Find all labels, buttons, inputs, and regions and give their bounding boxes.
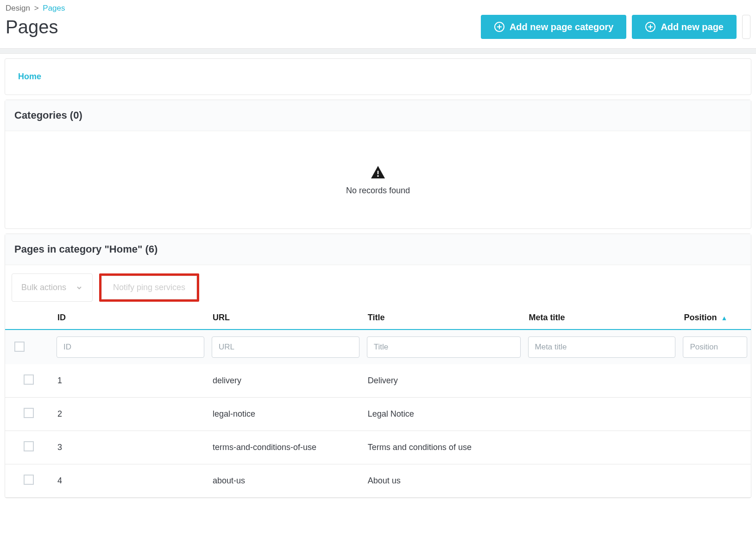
column-id[interactable]: ID (53, 306, 208, 330)
row-checkbox[interactable] (24, 374, 34, 385)
add-page-label: Add new page (661, 22, 724, 32)
cell-title: Terms and conditions of use (363, 431, 524, 464)
cell-id: 3 (53, 431, 208, 464)
pages-panel-title: Pages in category "Home" (6) (5, 234, 751, 265)
breadcrumb-separator: > (34, 4, 39, 13)
cell-meta (524, 431, 680, 464)
add-page-category-label: Add new page category (510, 22, 614, 32)
categories-panel-title: Categories (0) (5, 100, 751, 131)
column-position-label: Position (684, 313, 717, 322)
table-header-row: ID URL Title Meta title Position ▲ (5, 306, 751, 330)
column-position[interactable]: Position ▲ (679, 306, 751, 330)
cell-id: 4 (53, 464, 208, 498)
plus-circle-icon (494, 21, 505, 32)
header-actions: Add new page category Add new page (481, 15, 750, 39)
svg-rect-7 (378, 171, 378, 174)
cell-title: Delivery (363, 364, 524, 398)
add-page-button[interactable]: Add new page (632, 15, 737, 39)
cell-meta (524, 364, 680, 398)
column-select (5, 306, 53, 330)
column-url[interactable]: URL (208, 306, 363, 330)
warning-icon (370, 165, 386, 181)
svg-point-6 (377, 175, 379, 177)
cell-meta (524, 464, 680, 498)
notify-ping-services-button[interactable]: Notify ping services (101, 276, 197, 299)
cell-position (679, 431, 751, 464)
column-title[interactable]: Title (363, 306, 524, 330)
breadcrumb: Design > Pages (0, 0, 756, 15)
page-header: Pages Add new page category Add new page (0, 15, 756, 48)
row-checkbox[interactable] (24, 441, 34, 451)
cell-title: Legal Notice (363, 398, 524, 431)
page-title: Pages (6, 17, 58, 38)
bulk-actions-button[interactable]: Bulk actions (12, 273, 93, 302)
divider (0, 48, 756, 54)
sort-asc-icon: ▲ (721, 314, 727, 322)
home-tab-link[interactable]: Home (5, 59, 751, 95)
cell-meta (524, 398, 680, 431)
cell-position (679, 398, 751, 431)
table-row[interactable]: 3 terms-and-conditions-of-use Terms and … (5, 431, 751, 464)
breadcrumb-root[interactable]: Design (6, 4, 30, 13)
table-filter-row (5, 330, 751, 364)
column-meta[interactable]: Meta title (524, 306, 680, 330)
plus-circle-icon (645, 21, 656, 32)
cell-url: terms-and-conditions-of-use (208, 431, 363, 464)
row-checkbox[interactable] (24, 475, 34, 485)
table-row[interactable]: 1 delivery Delivery (5, 364, 751, 398)
cell-position (679, 464, 751, 498)
pages-panel: Pages in category "Home" (6) Bulk action… (5, 234, 751, 498)
cell-url: legal-notice (208, 398, 363, 431)
filter-meta-input[interactable] (528, 336, 676, 358)
cell-url: delivery (208, 364, 363, 398)
cell-id: 1 (53, 364, 208, 398)
breadcrumb-current[interactable]: Pages (43, 4, 65, 13)
home-tab-panel: Home (5, 58, 751, 95)
cell-position (679, 364, 751, 398)
header-extra-button[interactable] (742, 15, 750, 39)
filter-position-input[interactable] (683, 336, 747, 358)
cell-id: 2 (53, 398, 208, 431)
cell-url: about-us (208, 464, 363, 498)
row-checkbox[interactable] (24, 408, 34, 418)
filter-url-input[interactable] (212, 336, 359, 358)
table-row[interactable]: 4 about-us About us (5, 464, 751, 498)
pages-toolbar: Bulk actions Notify ping services (5, 265, 751, 306)
select-all-checkbox[interactable] (14, 342, 25, 352)
categories-panel: Categories (0) No records found (5, 100, 751, 229)
empty-text: No records found (346, 186, 410, 196)
table-body: 1 delivery Delivery 2 legal-notice Legal… (5, 364, 751, 498)
chevron-down-icon (76, 284, 83, 292)
bulk-actions-label: Bulk actions (21, 283, 66, 292)
cell-title: About us (363, 464, 524, 498)
add-page-category-button[interactable]: Add new page category (481, 15, 627, 39)
pages-table: ID URL Title Meta title Position ▲ (5, 306, 751, 498)
filter-title-input[interactable] (367, 336, 521, 358)
table-row[interactable]: 2 legal-notice Legal Notice (5, 398, 751, 431)
categories-empty-state: No records found (5, 131, 751, 228)
notify-highlight-box: Notify ping services (99, 273, 199, 302)
filter-id-input[interactable] (57, 336, 204, 358)
